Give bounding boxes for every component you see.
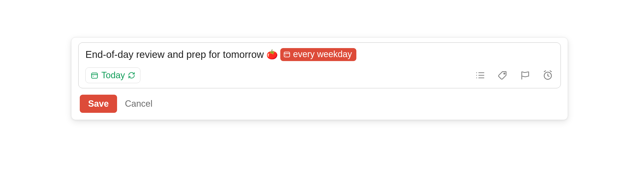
editor-footer: Save Cancel xyxy=(78,95,561,113)
label-button[interactable] xyxy=(497,69,508,81)
alarm-icon xyxy=(542,70,553,81)
priority-button[interactable] xyxy=(519,69,531,81)
recurrence-chip[interactable]: every weekday xyxy=(280,48,356,61)
task-input-box[interactable]: End-of-day review and prep for tomorrow … xyxy=(78,42,561,88)
svg-point-2 xyxy=(286,55,286,56)
svg-point-6 xyxy=(476,72,477,73)
list-icon xyxy=(475,70,485,80)
svg-line-17 xyxy=(550,71,552,72)
svg-line-16 xyxy=(544,71,546,72)
calendar-icon xyxy=(90,71,98,79)
save-button[interactable]: Save xyxy=(80,95,117,113)
svg-line-15 xyxy=(548,76,549,76)
task-options-row: Today xyxy=(86,67,554,83)
cancel-button[interactable]: Cancel xyxy=(125,99,152,109)
svg-point-8 xyxy=(476,75,477,76)
flag-icon xyxy=(520,70,530,80)
date-label: Today xyxy=(101,70,125,80)
task-title-line[interactable]: End-of-day review and prep for tomorrow … xyxy=(86,48,554,61)
tomato-emoji: 🍅 xyxy=(266,49,278,61)
svg-point-10 xyxy=(476,77,477,78)
svg-point-12 xyxy=(504,73,505,74)
calendar-icon xyxy=(283,50,290,58)
project-button[interactable] xyxy=(474,69,486,81)
svg-rect-3 xyxy=(92,73,98,78)
task-title-text: End-of-day review and prep for tomorrow xyxy=(86,48,264,61)
recurrence-label: every weekday xyxy=(293,48,352,60)
reminder-button[interactable] xyxy=(542,69,554,81)
recurring-icon xyxy=(128,72,135,79)
date-chip[interactable]: Today xyxy=(86,67,140,83)
tag-icon xyxy=(498,70,508,80)
task-icon-row xyxy=(474,69,554,81)
task-editor-card: End-of-day review and prep for tomorrow … xyxy=(71,37,568,120)
svg-point-5 xyxy=(93,76,94,76)
svg-rect-0 xyxy=(284,52,290,57)
